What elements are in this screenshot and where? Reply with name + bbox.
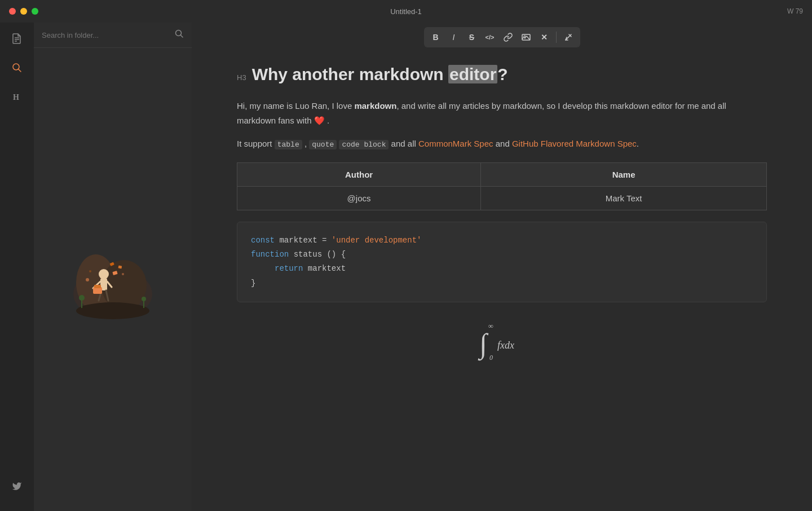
bold-button[interactable]: B [427,29,444,45]
titlebar: Untitled-1 W 79 [0,0,812,23]
svg-point-31 [524,36,526,37]
string-val: 'under development' [332,236,422,245]
code-line-3: return marktext [251,262,753,276]
link-button[interactable] [500,29,517,45]
sidebar: H [0,23,34,511]
maximize-button[interactable] [32,8,38,15]
illustration [62,237,164,322]
toolbar-group: B I S </> ✕ [424,27,580,47]
close-button[interactable] [9,8,16,15]
svg-point-27 [79,295,85,301]
commonmark-link[interactable]: CommonMark Spec [418,139,493,148]
sidebar-search-icon[interactable] [8,59,26,77]
svg-text:∫: ∫ [478,328,489,361]
minimize-button[interactable] [20,8,27,15]
table-row: @jocs Mark Text [237,187,767,210]
code-block: const marktext = 'under development' fun… [237,222,767,302]
search-bar [34,23,192,48]
sidebar-file-icon[interactable] [8,29,26,47]
strikethrough-button[interactable]: S [464,29,480,45]
heart-emoji: ❤️ [314,116,325,125]
svg-point-23 [86,278,89,281]
bold-text: markdown [354,101,396,111]
image-button[interactable] [518,29,535,45]
kw-return: return [275,264,303,273]
svg-point-11 [76,302,149,319]
code-line-4: } [251,276,753,290]
table-header-author: Author [237,163,481,187]
gfm-link[interactable]: GitHub Flavored Markdown Spec [512,139,637,148]
editor-content[interactable]: H3 Why another markdown editor? Hi, my n… [192,52,812,511]
formula-button[interactable]: ✕ [536,29,553,45]
italic-button[interactable]: I [445,29,462,45]
svg-point-13 [99,269,109,279]
sidebar-bottom [8,477,26,504]
svg-text:fxdx: fxdx [497,340,514,351]
svg-rect-19 [94,285,101,288]
code-block-label: code block [339,140,389,149]
toolbar: B I S </> ✕ [192,23,812,52]
clear-format-button[interactable] [560,29,577,45]
word-count: W 79 [787,7,803,15]
paragraph-2: It support table , quote code block and … [237,136,767,151]
table-header-name: Name [481,163,767,187]
file-panel-content [34,48,192,511]
window-title: Untitled-1 [390,7,422,16]
file-panel [34,23,192,511]
kw-function: function [251,250,289,259]
table-cell-author: @jocs [237,187,481,210]
svg-rect-21 [118,265,122,268]
heading-block: H3 Why another markdown editor? [237,63,767,85]
svg-point-29 [142,297,146,301]
svg-line-7 [180,35,183,37]
sidebar-twitter-icon[interactable] [8,477,26,495]
markdown-table: Author Name @jocs Mark Text [237,162,767,210]
sidebar-heading-icon[interactable]: H [8,88,26,106]
main-layout: H [0,23,812,511]
svg-point-24 [122,273,124,275]
table-cell-name: Mark Text [481,187,767,210]
code-line-1: const marktext = 'under development' [251,234,753,248]
window-controls [9,8,38,15]
search-submit-icon[interactable] [175,29,184,41]
search-input[interactable] [42,31,170,39]
svg-text:0: 0 [489,354,493,362]
editor-area[interactable]: B I S </> ✕ [192,23,812,511]
svg-text:∞: ∞ [488,322,493,330]
svg-point-25 [89,270,91,272]
heading-highlight: editor [448,65,497,83]
code-line-2: function status () { [251,248,753,262]
kw-const: const [251,236,275,245]
math-svg: ∫ ∞ 0 fxdx [468,319,536,364]
heading-text: Why another markdown editor? [252,63,508,85]
paragraph-1: Hi, my name is Luo Ran, I love markdown,… [237,99,767,127]
code-table: table [275,140,302,149]
math-block: ∫ ∞ 0 fxdx [237,319,767,368]
toolbar-separator [556,32,557,43]
svg-line-4 [19,69,21,72]
heading-label: H3 [237,73,246,82]
code-quote: quote [309,140,337,149]
code-inline-button[interactable]: </> [482,29,498,45]
svg-text:H: H [13,93,19,102]
